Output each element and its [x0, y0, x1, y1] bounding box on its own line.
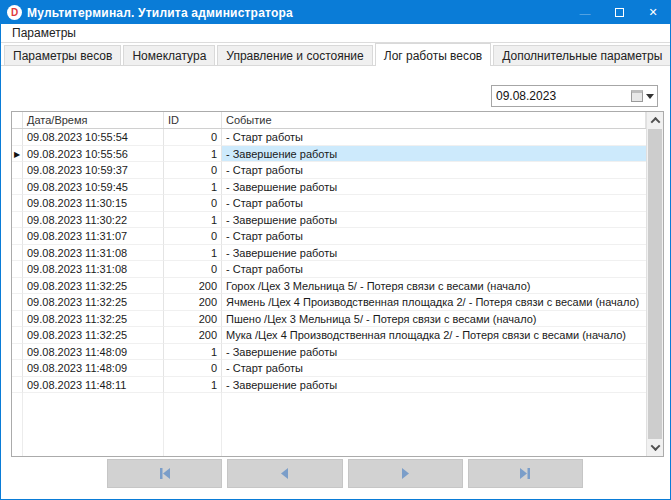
table-row[interactable]: 09.08.2023 11:31:07 0 - Старт работы	[12, 228, 646, 245]
table-row[interactable]: 09.08.2023 11:48:09 1 - Завершение работ…	[12, 344, 646, 361]
cell-id: 1	[164, 377, 222, 394]
prev-page-icon	[280, 468, 290, 479]
table-row[interactable]: 09.08.2023 11:31:08 1 - Завершение работ…	[12, 245, 646, 262]
tab-параметры-весов[interactable]: Параметры весов	[4, 45, 121, 65]
next-record-button[interactable]	[348, 459, 463, 488]
cell-datetime: 09.08.2023 11:31:08	[23, 245, 164, 262]
row-indicator	[12, 245, 23, 262]
cell-event: Пшено /Цех 3 Мельница 5/ - Потеря связи …	[222, 311, 646, 328]
row-indicator	[12, 228, 23, 245]
date-filter-input[interactable]: 09.08.2023	[491, 85, 658, 107]
cell-datetime: 09.08.2023 10:59:45	[23, 179, 164, 196]
table-row[interactable]: 09.08.2023 11:32:25 200 Пшено /Цех 3 Мел…	[12, 311, 646, 328]
tab-bar: Параметры весов Номеклатура Управление и…	[1, 43, 670, 66]
cell-datetime: 09.08.2023 11:48:09	[23, 360, 164, 377]
row-indicator	[12, 162, 23, 179]
table-row[interactable]: 09.08.2023 11:48:09 0 - Старт работы	[12, 360, 646, 377]
header-indicator	[12, 112, 23, 128]
chevron-down-icon	[646, 94, 654, 99]
table-row[interactable]: 09.08.2023 11:48:11 1 - Завершение работ…	[12, 377, 646, 394]
cell-datetime: 09.08.2023 11:31:07	[23, 228, 164, 245]
header-datetime[interactable]: Дата/Время	[23, 112, 164, 128]
cell-id: 1	[164, 146, 222, 163]
window-title: Мультитерминал. Утилита администратора	[27, 6, 293, 20]
table-row[interactable]: 09.08.2023 10:59:45 1 - Завершение работ…	[12, 179, 646, 196]
table-row[interactable]: 09.08.2023 11:30:15 0 - Старт работы	[12, 195, 646, 212]
cell-event: - Завершение работы	[222, 344, 646, 361]
cell-datetime: 09.08.2023 11:30:22	[23, 212, 164, 229]
app-logo-icon: D	[7, 5, 22, 20]
menu-bar: Параметры	[1, 24, 670, 43]
cell-id: 200	[164, 327, 222, 344]
maximize-icon	[615, 8, 624, 17]
cell-event: - Старт работы	[222, 195, 646, 212]
row-indicator	[12, 129, 23, 146]
scroll-down-button[interactable]	[647, 439, 663, 456]
table-row[interactable]: 09.08.2023 10:55:54 0 - Старт работы	[12, 129, 646, 146]
table-row[interactable]: 09.08.2023 11:32:25 200 Мука /Цех 4 Прои…	[12, 327, 646, 344]
cell-event: - Старт работы	[222, 228, 646, 245]
last-page-icon	[518, 468, 532, 479]
first-record-button[interactable]	[107, 459, 222, 488]
cell-event: - Старт работы	[222, 129, 646, 146]
minimize-button[interactable]: —	[568, 1, 602, 24]
row-indicator	[12, 179, 23, 196]
cell-datetime: 09.08.2023 11:32:25	[23, 311, 164, 328]
cell-id: 200	[164, 294, 222, 311]
chevron-up-icon	[650, 117, 660, 127]
log-table: Дата/Время ID Событие 09.08.2023 10:55:5…	[11, 111, 664, 457]
row-indicator	[12, 311, 23, 328]
cell-id: 0	[164, 360, 222, 377]
table-row[interactable]: ▶ 09.08.2023 10:55:56 1 - Завершение раб…	[12, 146, 646, 163]
header-event[interactable]: Событие	[222, 112, 646, 128]
scrollbar-thumb[interactable]	[648, 129, 662, 439]
date-filter-value: 09.08.2023	[492, 89, 631, 103]
cell-id: 200	[164, 278, 222, 295]
tab-управление-и-состояние[interactable]: Управление и состояние	[217, 45, 372, 65]
cell-id: 1	[164, 179, 222, 196]
prev-record-button[interactable]	[227, 459, 342, 488]
app-window: D Мультитерминал. Утилита администратора…	[0, 0, 671, 500]
vertical-scrollbar[interactable]	[646, 112, 663, 456]
table-row[interactable]: 09.08.2023 11:32:25 200 Ячмень /Цех 4 Пр…	[12, 294, 646, 311]
row-indicator	[12, 377, 23, 394]
tab-номеклатура[interactable]: Номеклатура	[123, 45, 215, 65]
cell-id: 0	[164, 162, 222, 179]
cell-id: 0	[164, 195, 222, 212]
cell-id: 1	[164, 245, 222, 262]
cell-event: - Завершение работы	[222, 146, 646, 163]
tab-дополнительные-параметры[interactable]: Дополнительные параметры	[493, 45, 671, 65]
row-indicator	[12, 344, 23, 361]
next-page-icon	[400, 468, 410, 479]
cell-datetime: 09.08.2023 11:32:25	[23, 278, 164, 295]
table-row[interactable]: 09.08.2023 11:31:08 0 - Старт работы	[12, 261, 646, 278]
table-header: Дата/Время ID Событие	[12, 112, 646, 129]
menu-item-parametry[interactable]: Параметры	[8, 24, 80, 42]
cell-event: - Завершение работы	[222, 212, 646, 229]
cell-event: Ячмень /Цех 4 Производственная площадка …	[222, 294, 646, 311]
first-page-icon	[158, 468, 172, 479]
cell-datetime: 09.08.2023 10:55:56	[23, 146, 164, 163]
table-row[interactable]: 09.08.2023 10:59:37 0 - Старт работы	[12, 162, 646, 179]
row-indicator: ▶	[12, 146, 23, 163]
cell-event: - Завершение работы	[222, 245, 646, 262]
table-row[interactable]: 09.08.2023 11:32:25 200 Горох /Цех 3 Мел…	[12, 278, 646, 295]
cell-datetime: 09.08.2023 11:48:11	[23, 377, 164, 394]
scroll-up-button[interactable]	[647, 112, 663, 129]
cell-id: 0	[164, 228, 222, 245]
calendar-icon	[631, 90, 643, 102]
header-id[interactable]: ID	[164, 112, 222, 128]
cell-datetime: 09.08.2023 11:31:08	[23, 261, 164, 278]
cell-id: 0	[164, 261, 222, 278]
cell-datetime: 09.08.2023 10:59:37	[23, 162, 164, 179]
cell-datetime: 09.08.2023 11:30:15	[23, 195, 164, 212]
maximize-button[interactable]	[602, 1, 636, 24]
calendar-dropdown-button[interactable]	[631, 90, 657, 102]
table-row[interactable]: 09.08.2023 11:30:22 1 - Завершение работ…	[12, 212, 646, 229]
cell-event: - Завершение работы	[222, 377, 646, 394]
cell-id: 1	[164, 212, 222, 229]
cell-id: 200	[164, 311, 222, 328]
tab-лог-работы-весов[interactable]: Лог работы весов	[375, 43, 491, 66]
close-button[interactable]: ✕	[636, 1, 670, 24]
last-record-button[interactable]	[468, 459, 583, 488]
